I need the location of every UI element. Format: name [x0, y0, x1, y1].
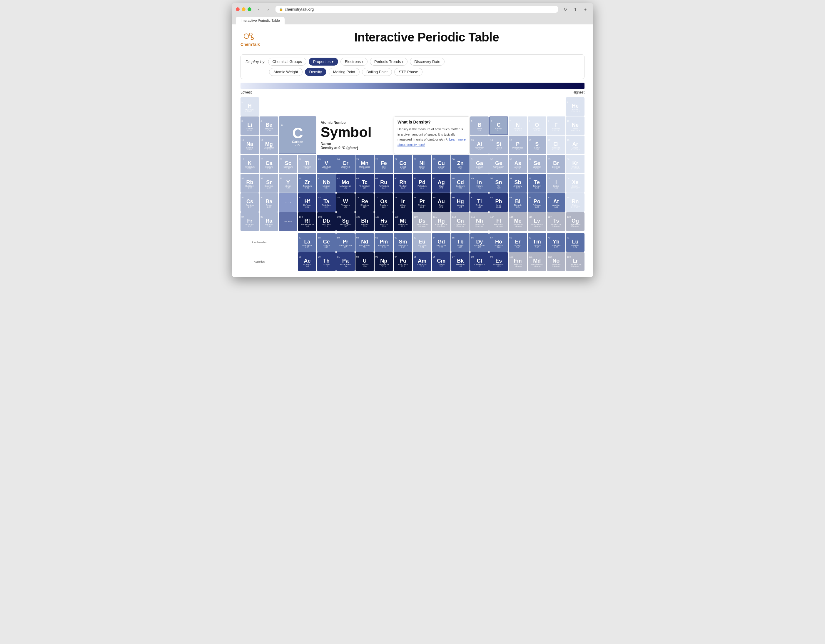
forward-button[interactable]: ›: [264, 6, 272, 12]
electrons-button[interactable]: Electrons ›: [340, 58, 368, 66]
element-fl[interactable]: 114 Fl Flerovium Unknown: [489, 212, 508, 231]
element-ag[interactable]: 47 Ag Silver 10.5: [432, 174, 450, 192]
element-ca[interactable]: 20 Ca Calcium 1.54: [260, 155, 278, 173]
melting-point-button[interactable]: Melting Point: [329, 68, 360, 76]
element-pu[interactable]: 94 Pu Plutonium 19.8: [394, 252, 412, 271]
element-am[interactable]: 95 Am Americium 13.7: [413, 252, 431, 271]
element-ce[interactable]: 58 Ce Cerium 6.77: [317, 233, 335, 252]
element-tb[interactable]: 65 Tb Terbium 8.23: [451, 233, 470, 252]
element-la[interactable]: 57 La Lanthanum 6.15: [298, 233, 316, 252]
element-ra[interactable]: 88 Ra Radium 5.50: [260, 212, 278, 231]
element-at[interactable]: 85 At Astatine 7.00: [547, 193, 565, 212]
discovery-date-button[interactable]: Discovery Date: [410, 58, 445, 66]
element-co[interactable]: 27 Co Cobalt 8.86: [394, 155, 412, 173]
back-button[interactable]: ‹: [255, 6, 263, 12]
element-os[interactable]: 76 Os Osmium 22.6: [375, 193, 393, 212]
element-tm[interactable]: 69 Tm Thulium 9.32: [528, 233, 546, 252]
element-ds[interactable]: 110 Ds Darmstadtium Unknown: [413, 212, 431, 231]
element-rg[interactable]: 111 Rg Roentgenium Unknown: [432, 212, 450, 231]
element-rb[interactable]: 37 Rb Rubidium 1.53: [241, 174, 259, 192]
element-k[interactable]: 19 K Potassium 0.862: [241, 155, 259, 173]
element-rh[interactable]: 45 Rh Rhodium 12.4: [394, 174, 412, 192]
element-be[interactable]: 4 Be Beryllium 1.85: [260, 116, 278, 135]
element-pa[interactable]: 91 Pa Protactinium 15.4: [336, 252, 355, 271]
element-ac[interactable]: 89 Ac Actinium 10.1: [298, 252, 316, 271]
element-og[interactable]: 118 Og Oganesson Unknown: [566, 212, 584, 231]
element-no[interactable]: 102 No Nobelium Unknown: [547, 252, 565, 271]
element-h[interactable]: 1 H Hydrogen 8.99×10⁻⁵: [241, 97, 259, 116]
element-sg[interactable]: 106 Sg Seaborgium 23.5: [336, 212, 355, 231]
element-db[interactable]: 105 Db Dubnium 21.6: [317, 212, 335, 231]
element-cu[interactable]: 29 Cu Copper 8.96: [432, 155, 450, 173]
element-hf[interactable]: 72 Hf Hafnium 13.3: [298, 193, 316, 212]
element-nh[interactable]: 113 Nh Nihonium Unknown: [470, 212, 489, 231]
element-cr[interactable]: 24 Cr Chromium 7.15: [336, 155, 355, 173]
element-sn[interactable]: 50 Sn Tin 7.29: [489, 174, 508, 192]
element-f[interactable]: 9 F Fluorine 1.70×10⁻³: [547, 116, 565, 135]
element-y[interactable]: 39 Y Yttrium 4.47: [279, 174, 297, 192]
element-li[interactable]: 3 Li Lithium 0.534: [241, 116, 259, 135]
element-v[interactable]: 23 V Vanadium 6.11: [317, 155, 335, 173]
maximize-button[interactable]: [247, 7, 251, 11]
element-ne[interactable]: 10 Ne Neon 9.00×10⁻⁴: [566, 116, 584, 135]
element-he[interactable]: 2 He Helium 1.79×10⁻⁴: [566, 97, 584, 116]
element-kr[interactable]: 36 Kr Krypton 3.75×10⁻³: [566, 155, 584, 173]
element-sc[interactable]: 21 Sc Scandium 2.99: [279, 155, 297, 173]
element-cm[interactable]: 96 Cm Curium 13.5: [432, 252, 450, 271]
element-pt[interactable]: 78 Pt Platinum 21.5: [413, 193, 431, 212]
element-tl[interactable]: 81 Tl Thallium 11.9: [470, 193, 489, 212]
element-rn[interactable]: 86 Rn Radon 9.73×10⁻³: [566, 193, 584, 212]
learn-more-link[interactable]: Learn more about density here!: [397, 137, 466, 147]
element-cn[interactable]: 112 Cn Copernicium Unknown: [451, 212, 470, 231]
element-o[interactable]: 8 O Oxygen 1.43×10⁻³: [528, 116, 546, 135]
element-pd[interactable]: 46 Pd Palladium 12.0: [413, 174, 431, 192]
element-ti[interactable]: 22 Ti Titanium 4.54: [298, 155, 316, 173]
element-tc[interactable]: 43 Tc Technetium 11.5: [355, 174, 374, 192]
element-bi[interactable]: 83 Bi Bismuth 9.81: [509, 193, 527, 212]
new-tab-button[interactable]: +: [582, 6, 589, 12]
chemical-groups-button[interactable]: Chemical Groups: [268, 58, 306, 66]
element-ts[interactable]: 117 Ts Tennessine Unknown: [547, 212, 565, 231]
element-re[interactable]: 75 Re Rhenium 21.0: [355, 193, 374, 212]
refresh-button[interactable]: ↻: [562, 6, 569, 12]
element-sr[interactable]: 38 Sr Strontium 2.64: [260, 174, 278, 192]
element-se[interactable]: 34 Se Selenium 4.81: [528, 155, 546, 173]
element-sb[interactable]: 51 Sb Antimony 6.69: [509, 174, 527, 192]
element-in[interactable]: 49 In Indium 7.31: [470, 174, 489, 192]
close-button[interactable]: [236, 7, 239, 11]
element-si[interactable]: 14 Si Silicon 2.33: [489, 136, 508, 154]
element-cs[interactable]: 55 Cs Caesium 1.87: [241, 193, 259, 212]
selected-element-card[interactable]: 6 C Carbon 2.27: [279, 116, 316, 154]
element-hg[interactable]: 80 Hg Mercury 13.5: [451, 193, 470, 212]
element-fr[interactable]: 87 Fr Francium 1.87: [241, 212, 259, 231]
element-u[interactable]: 92 U Uranium 19.0: [355, 252, 374, 271]
element-pm[interactable]: 61 Pm Promethium 7.26: [375, 233, 393, 252]
element-bh[interactable]: 107 Bh Bohrium 26.5: [355, 212, 374, 231]
minimize-button[interactable]: [242, 7, 246, 11]
element-nb[interactable]: 41 Nb Niobium 8.57: [317, 174, 335, 192]
element-po[interactable]: 84 Po Polonium 9.32: [528, 193, 546, 212]
element-er[interactable]: 68 Er Erbium 9.07: [509, 233, 527, 252]
element-sm[interactable]: 62 Sm Samarium 7.52: [394, 233, 412, 252]
element-au[interactable]: 79 Au Gold 19.3: [432, 193, 450, 212]
periodic-trends-button[interactable]: Periodic Trends ›: [370, 58, 408, 66]
element-br[interactable]: 35 Br Bromine 3.12: [547, 155, 565, 173]
element-p[interactable]: 15 P Phosphorus 1.82: [509, 136, 527, 154]
element-ar[interactable]: 18 Ar Argon 1.78×10⁻³: [566, 136, 584, 154]
element-na[interactable]: 11 Na Sodium 0.971: [241, 136, 259, 154]
element-mg[interactable]: 12 Mg Magnesium 1.74: [260, 136, 278, 154]
element-zr[interactable]: 40 Zr Zirconium 6.51: [298, 174, 316, 192]
element-pr[interactable]: 59 Pr Praseodymium 6.77: [336, 233, 355, 252]
active-tab[interactable]: Interactive Periodic Table: [236, 17, 284, 25]
element-hs[interactable]: 108 Hs Hassium 28.0: [375, 212, 393, 231]
element-ge[interactable]: 32 Ge Germanium 5.32: [489, 155, 508, 173]
element-s[interactable]: 16 S Sulfur 2.07: [528, 136, 546, 154]
element-w[interactable]: 74 W Tungsten 19.3: [336, 193, 355, 212]
element-nd[interactable]: 60 Nd Neodymium 7.01: [355, 233, 374, 252]
density-button[interactable]: Density: [305, 68, 326, 76]
element-mo[interactable]: 42 Mo Molybdenum 10.2: [336, 174, 355, 192]
element-c[interactable]: 6 C Carbon 2.27: [489, 116, 508, 135]
element-gd[interactable]: 64 Gd Gadolinium 7.90: [432, 233, 450, 252]
element-ta[interactable]: 73 Ta Tantalum 16.7: [317, 193, 335, 212]
element-zn[interactable]: 30 Zn Zinc 7.13: [451, 155, 470, 173]
